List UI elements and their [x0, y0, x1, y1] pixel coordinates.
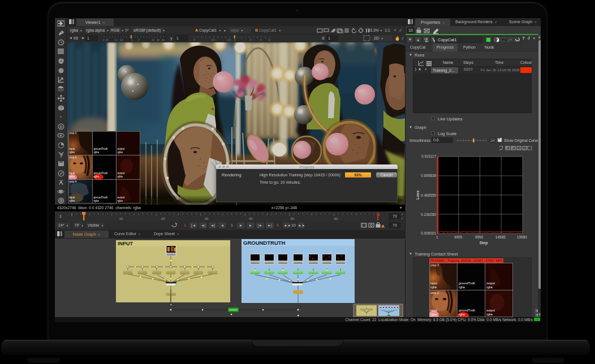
svg-text:rgba: rgba — [70, 151, 75, 154]
svg-text:output: output — [486, 309, 495, 312]
svg-text:0: 0 — [193, 38, 195, 41]
svg-text:GROUNDTRUTH: GROUNDTRUTH — [243, 240, 286, 246]
svg-text:crop 3: crop 3 — [430, 263, 439, 267]
svg-text:0.5: 0.5 — [227, 38, 231, 41]
svg-text:rgba: rgba — [459, 313, 465, 316]
svg-text:64: 64 — [162, 38, 165, 41]
svg-text:rgba: rgba — [118, 200, 123, 202]
svg-text:0.1: 0.1 — [212, 38, 215, 41]
svg-text:output: output — [118, 172, 125, 175]
svg-text:rgba: rgba — [70, 175, 75, 178]
svg-text:Step: Step — [480, 241, 488, 245]
svg-text:input: input — [430, 281, 437, 285]
svg-text:input: input — [70, 196, 76, 199]
svg-text:30: 30 — [205, 217, 209, 220]
svg-text:groundTruth: groundTruth — [459, 309, 475, 312]
svg-text:4: 4 — [269, 38, 270, 41]
svg-text:rgba: rgba — [486, 313, 493, 316]
svg-text:rgba: rgba — [94, 200, 100, 202]
svg-text:1: 1 — [436, 235, 438, 239]
svg-text:groundTruth: groundTruth — [94, 148, 108, 150]
svg-text:50: 50 — [291, 217, 295, 220]
svg-text:60: 60 — [334, 217, 338, 220]
svg-text:14985: 14985 — [495, 235, 506, 239]
svg-text:groundTruth: groundTruth — [94, 172, 108, 175]
svg-text:output: output — [118, 148, 125, 150]
svg-text:10: 10 — [119, 217, 123, 220]
svg-text:1: 1 — [234, 38, 236, 41]
svg-text:rgba: rgba — [94, 151, 100, 154]
svg-text:INPUT: INPUT — [118, 241, 133, 246]
svg-text:2: 2 — [250, 38, 252, 41]
svg-text:rgba: rgba — [486, 285, 493, 289]
svg-text:0.460559: 0.460559 — [421, 193, 436, 197]
svg-text:input: input — [70, 148, 76, 150]
svg-text:crop 1: crop 1 — [70, 132, 77, 135]
svg-text:0.690838: 0.690838 — [421, 174, 436, 177]
svg-text:0.1: 0.1 — [114, 38, 118, 41]
svg-text:rgba: rgba — [459, 285, 465, 289]
svg-text:rgba: rgba — [430, 313, 437, 316]
svg-text:0.921117: 0.921117 — [421, 154, 436, 158]
svg-text:Loss: Loss — [416, 190, 420, 200]
svg-text:0.2: 0.2 — [120, 38, 124, 41]
svg-text:20: 20 — [157, 38, 159, 41]
svg-text:rgba: rgba — [430, 285, 437, 289]
svg-text:40: 40 — [249, 217, 253, 220]
svg-text:input: input — [70, 172, 76, 175]
svg-text:input: input — [430, 309, 437, 312]
svg-text:0 .02: 0 .02 — [103, 38, 109, 41]
svg-text:rgba: rgba — [118, 175, 123, 178]
svg-text:rgba: rgba — [70, 200, 75, 202]
svg-text:groundTruth: groundTruth — [459, 281, 475, 285]
svg-text:D: D — [59, 125, 62, 129]
svg-text:output: output — [118, 196, 125, 199]
svg-text:output: output — [486, 281, 495, 285]
svg-text:groundTruth: groundTruth — [94, 196, 108, 199]
svg-text:0.230280: 0.230280 — [421, 213, 436, 216]
svg-text:19980: 19980 — [517, 235, 527, 239]
svg-text:9990: 9990 — [475, 235, 484, 239]
svg-text:3: 3 — [260, 38, 262, 41]
svg-text:crop 4: crop 4 — [70, 180, 77, 183]
svg-text:20: 20 — [161, 217, 165, 220]
svg-text:crop 2: crop 2 — [70, 156, 77, 159]
svg-text:0.000001: 0.000001 — [421, 231, 436, 235]
svg-text:rgba: rgba — [94, 175, 100, 178]
svg-text:crop 2: crop 2 — [430, 291, 439, 294]
svg-text:4995: 4995 — [454, 235, 463, 239]
svg-text:rgba: rgba — [118, 151, 123, 154]
svg-text:10: 10 — [152, 38, 154, 41]
